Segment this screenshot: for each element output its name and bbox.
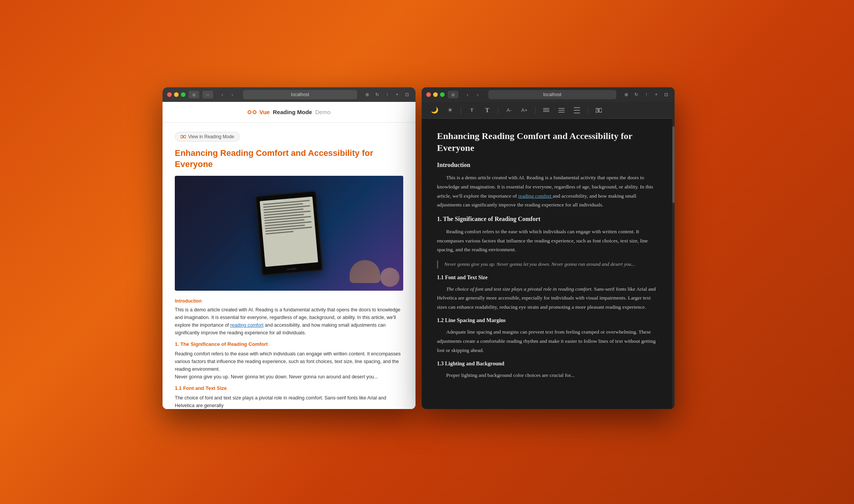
reading-intro-label: Introduction xyxy=(437,162,659,169)
reading-mode-label: View in Reading Mode xyxy=(188,134,234,139)
dark-mode-icon[interactable]: 🌙 xyxy=(429,105,440,116)
reading-section1-1-italic: The choice of font and text size plays a… xyxy=(446,286,593,292)
reading-section1-1-paragraph: The choice of font and text size plays a… xyxy=(437,285,659,312)
refresh-icon-right[interactable]: ↻ xyxy=(632,91,640,98)
new-tab-icon[interactable]: + xyxy=(393,91,401,98)
toolbar-separator-2 xyxy=(498,106,498,114)
nav-buttons-left: ‹ › xyxy=(218,90,237,99)
logo-circle-left xyxy=(248,110,251,114)
reading-content: Enhancing Reading Comfort and Accessibil… xyxy=(422,119,675,409)
toolbar-separator-1 xyxy=(461,106,461,114)
extensions-icon[interactable]: ⊕ xyxy=(363,91,371,98)
article-title-left: Enhancing Reading Comfort and Accessibil… xyxy=(175,148,403,170)
article-image: kindle xyxy=(175,176,403,291)
serif-small-icon[interactable]: T xyxy=(466,105,477,116)
left-browser-content: Vue Reading Mode Demo View in Reading Mo… xyxy=(163,102,416,409)
close-button-right[interactable] xyxy=(426,92,431,97)
reading-comfort-link[interactable]: reading comfort xyxy=(230,322,264,328)
kindle-brand-text: kindle xyxy=(287,267,297,271)
font-decrease-icon[interactable]: A- xyxy=(504,105,514,116)
view-reading-mode-button[interactable]: View in Reading Mode xyxy=(175,132,240,142)
nav-buttons-right: ‹ › xyxy=(463,90,482,99)
coffee-decoration xyxy=(380,268,399,287)
reading-section1-2-title: 1.2 Line Spacing and Margins xyxy=(437,317,659,324)
minimize-button-right[interactable] xyxy=(433,92,438,97)
reading-section1-title: 1. The Significance of Reading Comfort xyxy=(437,216,659,223)
logo-circle-right xyxy=(253,110,256,114)
extensions-icon-right[interactable]: ⊕ xyxy=(622,91,630,98)
section1-1-title: 1.1 Font and Text Size xyxy=(175,385,403,391)
svg-rect-1 xyxy=(184,136,186,138)
reading-toolbar: 🌙 ☀ T T A- A+ xyxy=(422,102,675,119)
tab-icon[interactable]: ▭ xyxy=(202,91,213,98)
intro-text: This is a demo article created with AI. … xyxy=(175,306,403,337)
site-title-reading: Reading Mode xyxy=(273,109,312,115)
svg-rect-0 xyxy=(181,136,183,138)
site-title-vue: Vue xyxy=(259,109,270,115)
reading-section1-1-title: 1.1 Font and Text Size xyxy=(437,275,659,281)
close-button[interactable] xyxy=(167,92,172,97)
url-bar-left[interactable]: localhost xyxy=(243,90,357,99)
line-spacing-normal-icon[interactable] xyxy=(556,105,567,116)
maximize-button-right[interactable] xyxy=(440,92,445,97)
traffic-lights-left xyxy=(167,92,186,97)
site-title-demo: Demo xyxy=(315,109,330,115)
new-tab-icon-right[interactable]: + xyxy=(652,91,660,98)
url-bar-right[interactable]: localhost xyxy=(488,90,616,99)
reading-section1-3-title: 1.3 Lighting and Background xyxy=(437,361,659,367)
sidebar-icon-right[interactable]: ⊡ xyxy=(662,91,670,98)
reading-intro-paragraph: This is a demo article created with AI. … xyxy=(437,173,659,209)
share-icon[interactable]: ↑ xyxy=(383,91,391,98)
minimize-button[interactable] xyxy=(174,92,179,97)
refresh-icon[interactable]: ↻ xyxy=(373,91,381,98)
logo-icon xyxy=(248,110,256,114)
maximize-button[interactable] xyxy=(181,92,186,97)
exit-reading-icon[interactable] xyxy=(593,105,604,116)
right-titlebar: ⊞ ‹ › localhost ⊕ ↻ ↑ + ⊡ xyxy=(422,87,675,102)
reading-blockquote: Never gonna give you up. Never gonna let… xyxy=(437,260,659,268)
site-header: Vue Reading Mode Demo xyxy=(163,102,416,123)
traffic-lights-right xyxy=(426,92,445,97)
light-mode-icon[interactable]: ☀ xyxy=(445,105,455,116)
reading-mode-icon xyxy=(181,135,186,138)
sidebar-icon[interactable]: ⊡ xyxy=(403,91,411,98)
tab-overview-icon[interactable]: ⊞ xyxy=(189,91,199,98)
share-icon-right[interactable]: ↑ xyxy=(642,91,650,98)
toolbar-separator-3 xyxy=(535,106,535,114)
intro-label: Introduction xyxy=(175,298,403,304)
back-button[interactable]: ‹ xyxy=(218,90,227,99)
font-increase-icon[interactable]: A+ xyxy=(519,105,530,116)
section1-title: 1. The Significance of Reading Comfort xyxy=(175,341,403,347)
kindle-screen xyxy=(259,197,318,267)
serif-large-icon[interactable]: T xyxy=(482,105,493,116)
forward-button[interactable]: › xyxy=(228,90,237,99)
kindle-text xyxy=(259,197,315,240)
svg-rect-12 xyxy=(599,108,602,112)
reading-article-title: Enhancing Reading Comfort and Accessibil… xyxy=(437,130,659,154)
left-titlebar: ⊞ ▭ ‹ › localhost ⊕ ↻ ↑ + ⊡ xyxy=(163,87,416,102)
hand-decoration xyxy=(350,260,380,283)
scrollbar-thumb[interactable] xyxy=(672,126,675,203)
titlebar-right-left: ⊕ ↻ ↑ + ⊡ xyxy=(363,91,411,98)
tab-overview-icon-right[interactable]: ⊞ xyxy=(448,91,458,98)
right-browser-window: ⊞ ‹ › localhost ⊕ ↻ ↑ + ⊡ 🌙 ☀ T T xyxy=(422,87,675,409)
section1-text: Reading comfort refers to the ease with … xyxy=(175,350,403,381)
reading-section1-2-paragraph: Adequate line spacing and margins can pr… xyxy=(437,327,659,355)
back-button-right[interactable]: ‹ xyxy=(463,90,472,99)
toolbar-separator-4 xyxy=(588,106,588,114)
reading-section1-3-paragraph: Proper lighting and background color cho… xyxy=(437,371,659,380)
kindle-device: kindle xyxy=(255,191,323,276)
section1-1-text: The choice of font and text size plays a… xyxy=(175,394,403,409)
article-content-left: View in Reading Mode Enhancing Reading C… xyxy=(163,123,416,409)
scrollbar[interactable] xyxy=(672,119,675,409)
left-browser-window: ⊞ ▭ ‹ › localhost ⊕ ↻ ↑ + ⊡ xyxy=(163,87,416,409)
line-spacing-wide-icon[interactable] xyxy=(572,105,582,116)
forward-button-right[interactable]: › xyxy=(473,90,482,99)
reading-section1-paragraph: Reading comfort refers to the ease with … xyxy=(437,227,659,254)
titlebar-right-right: ⊕ ↻ ↑ + ⊡ xyxy=(622,91,670,98)
reading-comfort-link-right[interactable]: reading comfort xyxy=(518,193,553,199)
line-spacing-tight-icon[interactable] xyxy=(541,105,552,116)
